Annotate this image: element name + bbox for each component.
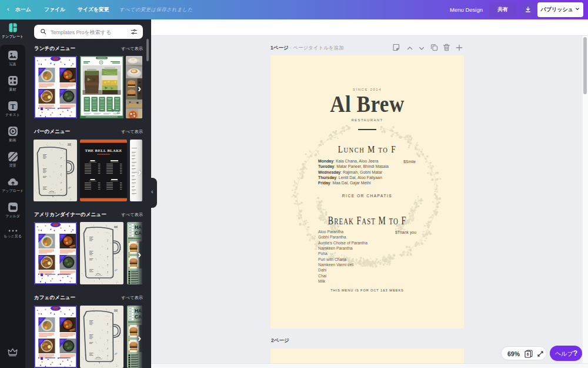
svg-text:T: T [10, 102, 15, 111]
svg-text:THE BELL BLAKE: THE BELL BLAKE [85, 148, 122, 152]
svg-text:6: 6 [527, 352, 529, 356]
